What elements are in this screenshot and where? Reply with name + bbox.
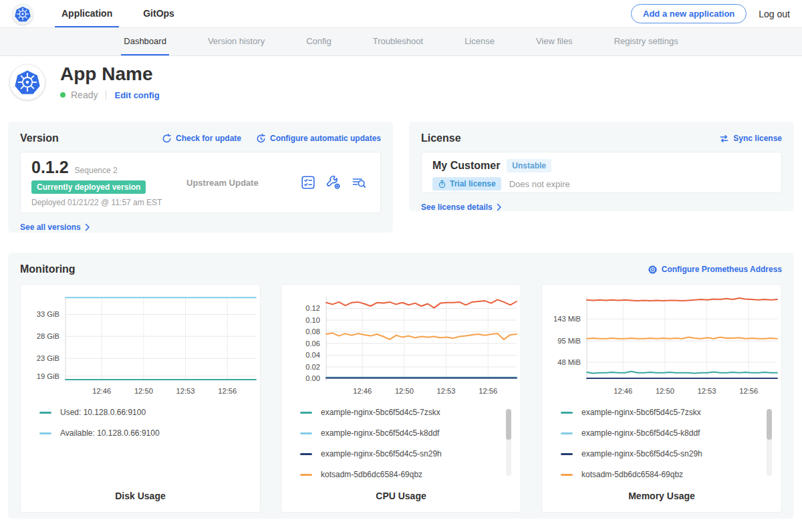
legend-item[interactable]: example-nginx-5bc6f5d4c5-sn29h [300, 449, 498, 458]
svg-text:95 MiB: 95 MiB [557, 337, 581, 345]
refresh-icon [162, 134, 172, 144]
legend-label: example-nginx-5bc6f5d4c5-sn29h [321, 449, 442, 458]
legend-scrollbar[interactable] [767, 409, 772, 476]
legend-label: example-nginx-5bc6f5d4c5-7zskx [321, 408, 440, 417]
tab-view-files[interactable]: View files [533, 28, 575, 55]
currently-deployed-badge: Currently deployed version [31, 180, 146, 194]
check-for-update-link[interactable]: Check for update [162, 134, 241, 144]
see-all-versions-link[interactable]: See all versions [20, 223, 90, 232]
cpu-usage-title: CPU Usage [281, 491, 521, 512]
configure-prometheus-label: Configure Prometheus Address [662, 265, 782, 274]
channel-badge: Unstable [507, 159, 551, 172]
tab-version-history[interactable]: Version history [205, 28, 267, 55]
monitoring-title: Monitoring [20, 263, 76, 275]
legend-label: example-nginx-5bc6f5d4c5-sn29h [581, 449, 702, 458]
configure-automatic-updates-link[interactable]: Configure automatic updates [256, 134, 381, 144]
preflight-checks-icon[interactable] [300, 174, 316, 190]
ready-status-label: Ready [71, 90, 98, 100]
view-logs-icon[interactable] [351, 174, 367, 190]
edit-config-link[interactable]: Edit config [114, 90, 159, 100]
legend-item[interactable]: kotsadm-5db6dc6584-69qbz [561, 470, 759, 479]
trial-license-badge: Trial license [432, 177, 501, 190]
memory-usage-title: Memory Usage [542, 491, 781, 512]
configure-prometheus-link[interactable]: Configure Prometheus Address [648, 265, 782, 275]
legend-scrollbar[interactable] [506, 409, 511, 476]
memory-usage-panel: 48 MiB95 MiB143 MiB12:4612:5012:5312:56 … [541, 284, 782, 513]
monitoring-card: Monitoring Configure Prometheus Address … [8, 253, 794, 519]
sync-license-link[interactable]: Sync license [719, 134, 782, 144]
see-license-details-link[interactable]: See license details [421, 203, 502, 212]
legend-item[interactable]: Available: 10.128.0.66:9100 [39, 428, 237, 438]
legend-scrollbar-thumb[interactable] [767, 409, 772, 440]
deployed-timestamp: Deployed 01/21/22 @ 11:57 am EST [31, 198, 186, 207]
disk-usage-chart: 19 GiB23 GiB28 GiB33 GiB12:4612:5012:531… [21, 290, 260, 398]
svg-text:12:56: 12:56 [218, 387, 237, 395]
clock-refresh-icon [256, 134, 266, 144]
tab-troubleshoot[interactable]: Troubleshoot [370, 28, 426, 55]
svg-text:48 MiB: 48 MiB [557, 358, 581, 366]
legend-label: kotsadm-5db6dc6584-69qbz [581, 470, 683, 479]
disk-usage-legend: Used: 10.128.0.66:9100Available: 10.128.… [39, 408, 260, 438]
tab-registry-settings[interactable]: Registry settings [612, 28, 681, 55]
svg-text:19 GiB: 19 GiB [37, 372, 59, 380]
current-version-panel: 0.1.2 Sequence 2 Currently deployed vers… [20, 152, 381, 213]
kots-admin-dashboard: Application GitOps Add a new application… [0, 0, 802, 532]
version-card-title: Version [20, 132, 59, 144]
svg-text:143 MiB: 143 MiB [553, 315, 581, 323]
legend-swatch [300, 432, 312, 434]
cpu-usage-chart: 0.000.020.040.060.080.100.1212:4612:5012… [281, 290, 521, 398]
svg-text:12:53: 12:53 [698, 387, 716, 395]
svg-text:12:56: 12:56 [739, 387, 758, 395]
tab-config[interactable]: Config [303, 28, 334, 55]
sync-icon [719, 134, 729, 144]
legend-label: kotsadm-5db6dc6584-69qbz [321, 470, 422, 479]
version-card: Version Check for update Configure au [8, 122, 393, 233]
legend-item[interactable]: example-nginx-5bc6f5d4c5-k8ddf [561, 428, 759, 438]
svg-text:0.00: 0.00 [305, 375, 320, 383]
legend-item[interactable]: example-nginx-5bc6f5d4c5-7zskx [561, 408, 759, 417]
legend-item[interactable]: example-nginx-5bc6f5d4c5-sn29h [561, 449, 759, 458]
sequence-label: Sequence 2 [75, 166, 118, 175]
top-nav-items: Application GitOps [55, 0, 181, 27]
top-nav-right: Add a new application Log out [631, 0, 802, 27]
legend-item[interactable]: example-nginx-5bc6f5d4c5-k8ddf [300, 428, 498, 438]
legend-item[interactable]: example-nginx-5bc6f5d4c5-7zskx [300, 408, 498, 417]
nav-item-application[interactable]: Application [55, 0, 119, 27]
tab-dashboard[interactable]: Dashboard [121, 28, 169, 55]
kubernetes-logo-icon [12, 3, 33, 25]
svg-text:0.08: 0.08 [305, 328, 320, 336]
legend-swatch [300, 474, 312, 476]
legend-label: Available: 10.128.0.66:9100 [60, 428, 160, 438]
license-card-title: License [421, 132, 461, 144]
svg-text:0.02: 0.02 [305, 363, 320, 371]
memory-usage-chart: 48 MiB95 MiB143 MiB12:4612:5012:5312:56 [542, 290, 781, 398]
add-new-application-button[interactable]: Add a new application [631, 4, 747, 23]
svg-text:12:46: 12:46 [92, 387, 111, 395]
legend-swatch [561, 474, 573, 476]
timer-icon [438, 180, 446, 188]
legend-swatch [300, 453, 312, 455]
config-wrench-icon[interactable] [325, 174, 342, 190]
legend-scrollbar-thumb[interactable] [506, 409, 511, 440]
svg-text:12:56: 12:56 [479, 387, 497, 395]
svg-text:28 GiB: 28 GiB [37, 332, 59, 340]
trial-license-label: Trial license [450, 179, 496, 188]
svg-text:0.10: 0.10 [305, 316, 320, 324]
customer-name: My Customer [432, 160, 500, 172]
app-header: App Name Ready Edit config [0, 56, 802, 115]
nav-item-gitops[interactable]: GitOps [136, 0, 181, 27]
see-license-details-label: See license details [421, 203, 493, 212]
configure-automatic-updates-label: Configure automatic updates [270, 134, 381, 143]
logout-button[interactable]: Log out [759, 9, 790, 19]
legend-item[interactable]: Used: 10.128.0.66:9100 [39, 408, 237, 417]
app-logo-kubernetes-icon [9, 64, 45, 100]
legend-item[interactable]: kotsadm-5db6dc6584-69qbz [300, 470, 498, 479]
svg-text:12:53: 12:53 [176, 387, 195, 395]
svg-text:0.06: 0.06 [305, 340, 320, 348]
svg-text:23 GiB: 23 GiB [37, 354, 59, 362]
tab-license[interactable]: License [462, 28, 497, 55]
disk-usage-panel: 19 GiB23 GiB28 GiB33 GiB12:4612:5012:531… [20, 284, 261, 513]
cpu-usage-legend: example-nginx-5bc6f5d4c5-7zskxexample-ng… [300, 408, 521, 479]
legend-label: example-nginx-5bc6f5d4c5-7zskx [581, 408, 701, 417]
brand[interactable] [0, 0, 45, 27]
